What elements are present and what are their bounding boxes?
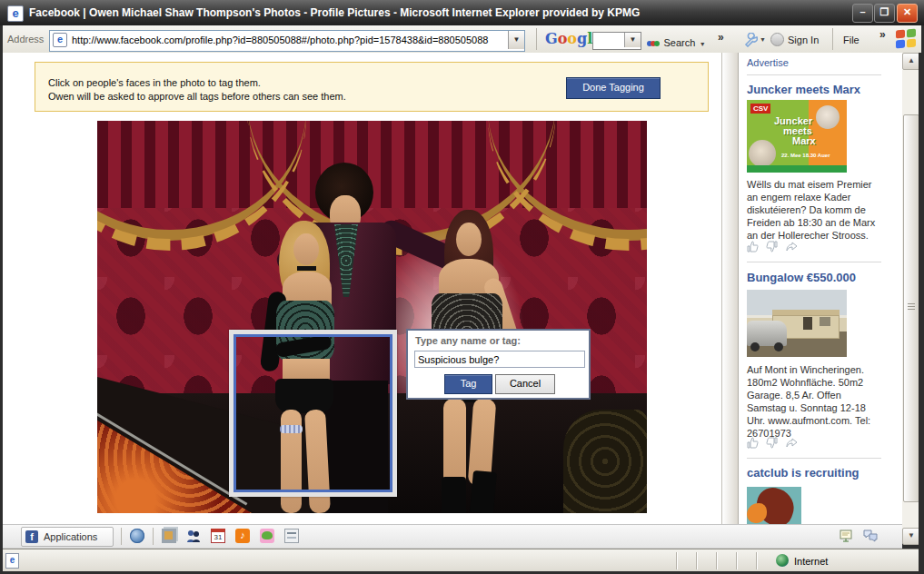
thumb-down-icon <box>766 437 778 449</box>
ad-image-catclub[interactable] <box>747 487 801 524</box>
applications-button[interactable]: f Applications <box>21 527 114 547</box>
ad-image-footer <box>747 165 847 173</box>
title-bar: e Facebook | Owen Michael Shaw Thompson'… <box>0 0 924 25</box>
thumb-up-icon <box>747 437 759 449</box>
thumb-down-icon <box>766 241 778 252</box>
google-ball-icon <box>654 41 660 46</box>
scroll-down-button[interactable]: ▼ <box>902 528 920 545</box>
status-bar: e Internet <box>0 549 924 572</box>
applications-bar: f Applications 31 ♪ <box>3 524 902 549</box>
minimize-button[interactable]: – <box>852 4 873 23</box>
toolbar-separator <box>536 28 537 50</box>
tag-name-input[interactable] <box>414 351 585 368</box>
ad-image-bungalow[interactable] <box>747 290 847 357</box>
photo-couch <box>563 410 647 513</box>
tagging-banner: Click on people's faces in the photo to … <box>35 62 709 112</box>
google-letter: g <box>577 30 587 47</box>
maximize-button[interactable]: ❐ <box>874 4 895 23</box>
events-calendar-icon[interactable]: 31 <box>211 529 225 543</box>
ad-title-juncker[interactable]: Juncker meets Marx <box>747 83 860 96</box>
window-border <box>0 25 3 574</box>
advertise-link[interactable]: Advertise <box>747 57 789 68</box>
share-icon <box>786 437 798 449</box>
ad-body-bungalow: Auf Mont in Wincheringen. 180m2 Wohnfläc… <box>747 363 883 440</box>
window-title: Facebook | Owen Michael Shaw Thompson's … <box>29 6 640 19</box>
status-separator <box>696 552 698 569</box>
google-search-input[interactable]: ▼ <box>592 32 641 50</box>
windows-logo-icon <box>896 29 918 49</box>
tag-selection-box <box>229 330 397 497</box>
page-icon: e <box>53 33 67 47</box>
appbar-separator <box>121 528 122 545</box>
left-woman-choker <box>297 266 316 271</box>
photos-app-icon[interactable] <box>162 529 176 543</box>
done-tagging-button[interactable]: Done Tagging <box>566 77 661 99</box>
right-woman-face <box>456 223 482 256</box>
scroll-up-button[interactable]: ▲ <box>902 53 920 70</box>
frame-divider <box>721 53 739 524</box>
status-separator <box>736 552 738 569</box>
ad-feedback-icons[interactable] <box>747 240 801 256</box>
groups-app-icon[interactable] <box>186 529 201 543</box>
thumb-up-icon <box>747 241 759 252</box>
applications-label: Applications <box>44 531 97 542</box>
ad-image-date: 22. Mee 18.30 Auer <box>781 153 830 158</box>
sidebar-divider <box>747 458 881 459</box>
toolbar-separator <box>832 28 833 50</box>
appbar-separator <box>153 528 154 545</box>
internet-zone-label: Internet <box>794 556 828 567</box>
address-label: Address <box>7 34 44 45</box>
sign-in-button[interactable]: Sign In <box>788 35 819 45</box>
csv-logo: CSV <box>750 104 770 114</box>
google-letter: G <box>545 30 558 47</box>
notes-app-icon[interactable] <box>284 529 299 543</box>
file-menu[interactable]: File <box>843 35 859 45</box>
status-separator <box>716 552 718 569</box>
google-letter: o <box>567 30 577 47</box>
document-icon: e <box>5 553 19 569</box>
scrollbar-thumb[interactable] <box>903 114 919 502</box>
cancel-button[interactable]: Cancel <box>495 374 555 394</box>
marx-face <box>816 105 840 129</box>
internet-zone-globe-icon <box>776 554 789 567</box>
share-icon <box>786 241 798 252</box>
ad-title-catclub[interactable]: catclub is recruiting <box>747 466 859 480</box>
bookmarks-globe-icon[interactable] <box>130 529 144 543</box>
address-dropdown-icon[interactable]: ▼ <box>508 31 524 49</box>
ie-logo-icon: e <box>7 5 24 22</box>
address-input[interactable] <box>70 34 506 46</box>
truck-wheel <box>774 342 783 351</box>
left-woman-face <box>293 233 319 265</box>
ad-feedback-icons[interactable] <box>747 436 801 452</box>
toolbar-overflow-chevron[interactable]: » <box>718 31 724 44</box>
right-woman-boot <box>442 477 466 513</box>
tag-popup-label: Type any name or tag: <box>415 335 521 346</box>
google-letter: o <box>558 30 568 47</box>
menu-overflow-chevron[interactable]: » <box>879 28 886 41</box>
sidebar-divider <box>747 74 881 75</box>
music-app-icon[interactable]: ♪ <box>235 529 250 543</box>
tagging-instructions: Click on people's faces in the photo to … <box>48 76 346 104</box>
close-button[interactable]: ✕ <box>897 4 918 23</box>
status-separator <box>676 552 678 569</box>
house-door <box>803 317 812 330</box>
whiteboard-app-icon[interactable] <box>839 529 853 543</box>
right-woman-boot <box>470 470 497 513</box>
juncker-face <box>749 140 776 167</box>
search-history-dropdown-icon[interactable]: ▼ <box>624 33 641 47</box>
house-window <box>820 317 830 326</box>
search-label: Search <box>663 37 695 48</box>
facebook-logo-icon: f <box>25 530 38 543</box>
truck-wheel <box>750 342 760 351</box>
window-border <box>919 53 921 571</box>
pet-app-icon[interactable] <box>260 529 274 543</box>
ad-body-juncker: Wëlls du mat eisem Premier an engem rela… <box>747 178 883 242</box>
address-bar[interactable]: e ▼ <box>49 30 525 52</box>
ad-title-bungalow[interactable]: Bungalow €550.000 <box>747 271 856 284</box>
wrench-icon[interactable]: ▼ <box>743 33 758 51</box>
tag-button[interactable]: Tag <box>444 374 492 394</box>
chat-icon[interactable] <box>862 529 877 543</box>
google-search-button[interactable]: Search ▼ <box>647 34 706 50</box>
vertical-scrollbar[interactable]: ▲ ▼ <box>902 53 919 543</box>
ad-image-juncker[interactable]: CSV Juncker meets Marx 22. Mee 18.30 Aue… <box>747 100 847 173</box>
